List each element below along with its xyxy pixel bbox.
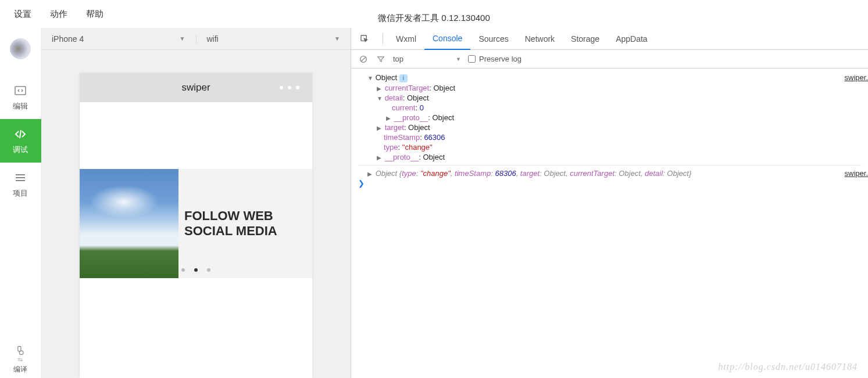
- source-link[interactable]: swiper.: [845, 73, 868, 82]
- slide-text: FOLLOW WEB SOCIAL MEDIA: [184, 208, 312, 239]
- preserve-label: Preserve log: [479, 55, 521, 63]
- chevron-down-icon: ▼: [334, 35, 340, 42]
- settings-lines-icon: [16, 358, 25, 363]
- phone-frame: swiper FOLLOW WEB SOCIAL MEDIA: [80, 73, 312, 378]
- left-sidebar: 编辑 调试 项目 编译: [0, 28, 41, 378]
- sidebar-compile[interactable]: 编译: [0, 345, 41, 375]
- preserve-log-checkbox[interactable]: Preserve log: [468, 55, 521, 63]
- swiper-dot-active[interactable]: [194, 268, 198, 272]
- chevron-down-icon: ▼: [456, 56, 461, 62]
- svg-rect-1: [18, 347, 21, 351]
- context-select[interactable]: top ▼: [393, 55, 461, 63]
- devtools-panel: Wxml Console Sources Network Storage App…: [351, 28, 868, 378]
- avatar[interactable]: [10, 38, 31, 59]
- chevron-down-icon: ▼: [180, 35, 185, 42]
- tab-appdata[interactable]: AppData: [608, 28, 655, 50]
- sidebar-edit-label: 编辑: [13, 101, 28, 111]
- devtools-tabs: Wxml Console Sources Network Storage App…: [351, 28, 868, 50]
- sidebar-debug[interactable]: 调试: [0, 119, 41, 163]
- preserve-checkbox[interactable]: [468, 55, 476, 63]
- tab-network[interactable]: Network: [517, 28, 563, 50]
- simulator-toolbar: iPhone 4 ▼ wifi ▼: [41, 28, 351, 50]
- sidebar-project-label: 项目: [13, 188, 28, 199]
- svg-point-3: [21, 360, 22, 361]
- sidebar-edit[interactable]: 编辑: [0, 75, 41, 119]
- console-filter-bar: top ▼ Preserve log: [351, 50, 868, 69]
- swiper-slide-2: FOLLOW WEB SOCIAL MEDIA: [178, 169, 312, 278]
- watermark: http://blog.csdn.net/u014607184: [718, 362, 858, 372]
- context-value: top: [393, 55, 403, 63]
- menu-help[interactable]: 帮助: [86, 9, 103, 20]
- menu-actions[interactable]: 动作: [50, 9, 67, 20]
- menu-settings[interactable]: 设置: [14, 9, 31, 20]
- phone-navbar: swiper: [80, 73, 312, 102]
- code-icon: [13, 127, 27, 141]
- console-output[interactable]: swiper. ▼ Object i ▶ currentTarget: Obje…: [351, 69, 868, 378]
- swiper[interactable]: FOLLOW WEB SOCIAL MEDIA: [80, 169, 312, 278]
- device-select[interactable]: iPhone 4 ▼: [41, 34, 197, 44]
- clear-icon[interactable]: [358, 54, 369, 64]
- swiper-dot[interactable]: [207, 268, 210, 272]
- network-select-value: wifi: [207, 34, 219, 44]
- menu-lines-icon: [13, 171, 27, 185]
- simulator-panel: iPhone 4 ▼ wifi ▼ swiper FOLLOW WEB SOC: [41, 28, 351, 378]
- window-title: 微信开发者工具 0.12.130400: [378, 13, 490, 24]
- more-icon[interactable]: [280, 86, 299, 89]
- svg-point-2: [19, 358, 20, 359]
- swiper-indicators: [181, 268, 210, 272]
- source-link[interactable]: swiper.: [845, 169, 868, 178]
- swiper-slide-1: [80, 169, 178, 278]
- sidebar-compile-label: 编译: [13, 365, 27, 375]
- network-select[interactable]: wifi ▼: [197, 34, 351, 44]
- info-icon[interactable]: i: [399, 74, 408, 82]
- tab-sources[interactable]: Sources: [470, 28, 516, 50]
- svg-rect-0: [15, 87, 26, 95]
- phone-content[interactable]: FOLLOW WEB SOCIAL MEDIA: [80, 102, 312, 346]
- refresh-icon: [15, 345, 26, 357]
- swiper-dot[interactable]: [181, 268, 185, 272]
- sidebar-project[interactable]: 项目: [0, 163, 41, 206]
- tab-wxml[interactable]: Wxml: [388, 28, 424, 50]
- filter-icon[interactable]: [376, 54, 386, 64]
- tab-storage[interactable]: Storage: [563, 28, 608, 50]
- sidebar-debug-label: 调试: [13, 145, 28, 155]
- phone-title: swiper: [181, 82, 210, 93]
- device-select-value: iPhone 4: [52, 34, 84, 44]
- code-box-icon: [13, 84, 27, 98]
- tab-console[interactable]: Console: [424, 28, 470, 50]
- inspect-icon[interactable]: [358, 33, 371, 45]
- console-prompt[interactable]: ❯: [358, 179, 861, 188]
